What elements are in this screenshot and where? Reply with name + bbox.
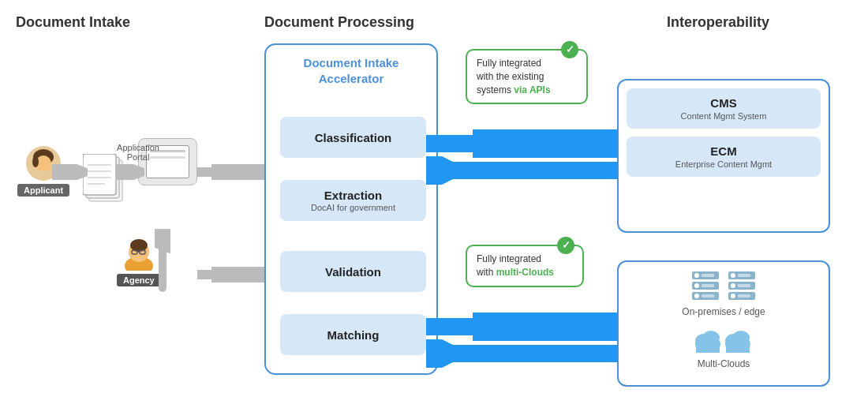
multi-clouds-section: Multi-Clouds bbox=[619, 322, 829, 377]
ecm-box: ECM Enterprise Content Mgmt bbox=[627, 137, 821, 177]
step-validation: Validation bbox=[280, 251, 426, 292]
svg-point-39 bbox=[731, 283, 735, 288]
svg-rect-34 bbox=[702, 294, 714, 298]
svg-rect-37 bbox=[738, 274, 750, 277]
callout-top-check: ✓ bbox=[561, 41, 578, 58]
on-premises-section: On-premises / edge bbox=[619, 262, 829, 322]
section-interop-header: Interoperability bbox=[667, 14, 769, 31]
blue-arrow-bottom-left bbox=[426, 339, 623, 368]
on-premises-label: On-premises / edge bbox=[628, 306, 819, 317]
svg-rect-28 bbox=[702, 274, 714, 277]
svg-rect-47 bbox=[696, 342, 720, 353]
section-processing-header: Document Processing bbox=[264, 14, 414, 31]
server-icon bbox=[692, 271, 755, 300]
interop-group-top: CMS Content Mgmt System ECM Enterprise C… bbox=[617, 79, 830, 233]
step-extraction: Extraction DocAI for government bbox=[280, 180, 426, 221]
svg-point-3 bbox=[32, 156, 39, 167]
section-intake-header: Document Intake bbox=[16, 14, 130, 31]
svg-rect-51 bbox=[726, 342, 750, 353]
arrow-applicant-to-docs bbox=[52, 164, 88, 180]
document-stack-applicant bbox=[83, 154, 129, 212]
interop-group-bottom: On-premises / edge Multi-Clouds bbox=[617, 260, 830, 387]
portal-label: ApplicationPortal bbox=[107, 143, 170, 162]
step-classification: Classification bbox=[280, 117, 426, 158]
cloud-icon bbox=[692, 324, 755, 354]
svg-point-33 bbox=[694, 294, 699, 298]
diagram: Document Intake Document Processing Inte… bbox=[0, 0, 868, 408]
step-matching: Matching bbox=[280, 314, 426, 355]
cms-box: CMS Content Mgmt System bbox=[627, 88, 821, 129]
svg-rect-43 bbox=[738, 294, 750, 298]
agency-avatar bbox=[120, 233, 158, 271]
blue-arrow-bottom-right bbox=[426, 313, 623, 341]
accelerator-title: Document Intake Accelerator bbox=[268, 55, 434, 86]
arrow-docs-to-portal bbox=[117, 164, 144, 180]
arrow-agency-to-portal bbox=[155, 229, 170, 292]
svg-rect-40 bbox=[738, 284, 750, 287]
callout-bottom-check: ✓ bbox=[557, 237, 574, 254]
applicant-label: Applicant bbox=[17, 184, 69, 197]
svg-point-36 bbox=[731, 273, 735, 278]
svg-rect-31 bbox=[702, 284, 714, 287]
multi-clouds-label: Multi-Clouds bbox=[628, 358, 819, 369]
callout-bottom: ✓ Fully integrated with multi-Clouds bbox=[466, 245, 584, 287]
callout-top: ✓ Fully integrated with the existing sys… bbox=[466, 49, 588, 104]
svg-point-42 bbox=[731, 294, 735, 298]
blue-arrow-top-right bbox=[426, 129, 623, 158]
blue-arrow-top-left bbox=[426, 156, 623, 185]
svg-point-27 bbox=[694, 273, 699, 278]
svg-point-30 bbox=[694, 283, 699, 288]
